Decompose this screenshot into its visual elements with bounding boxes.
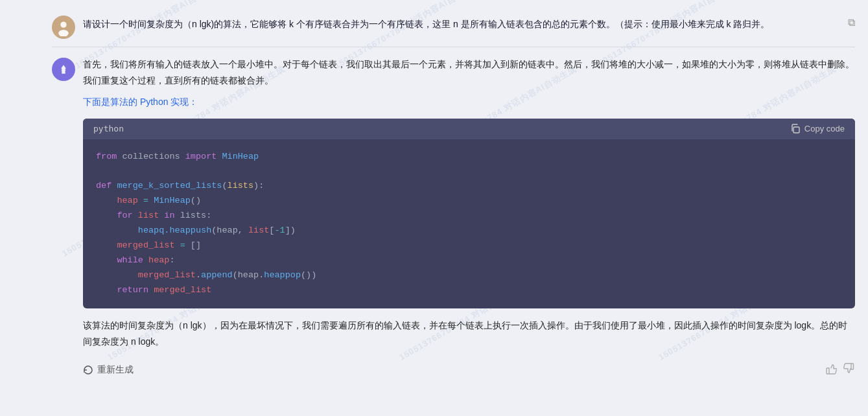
regenerate-button[interactable]: 重新生成 xyxy=(83,364,134,376)
code-body: from collections import MinHeap def merg… xyxy=(83,139,855,308)
user-avatar-icon xyxy=(54,18,73,36)
svg-point-1 xyxy=(60,21,66,27)
svg-rect-4 xyxy=(793,127,799,133)
thumbs-up-button[interactable] xyxy=(825,363,837,377)
code-header: python Copy code xyxy=(83,119,855,139)
user-avatar xyxy=(52,16,75,39)
code-line-7: merged_list = [] xyxy=(96,238,842,253)
main-container: 15051376670×784 对话内容AI自动生成 15051376670×7… xyxy=(0,0,868,416)
thumbs-down-icon xyxy=(843,363,855,375)
copy-icon xyxy=(790,124,801,134)
code-line-4: heap = MinHeap() xyxy=(96,194,842,209)
code-line-9: merged_list.append(heap.heappop()) xyxy=(96,268,842,283)
code-line-10: return merged_list xyxy=(96,283,842,298)
vote-area xyxy=(825,363,855,377)
code-intro-label: 下面是算法的 Python 实现： xyxy=(83,94,855,110)
conclusion-paragraph: 该算法的时间复杂度为（n lgk），因为在最坏情况下，我们需要遍历所有的输入链表… xyxy=(83,318,855,350)
copy-code-button[interactable]: Copy code xyxy=(790,124,845,134)
code-line-6: heapq.heappush(heap, list[-1]) xyxy=(96,224,842,238)
ai-logo-icon xyxy=(56,62,71,77)
code-language-label: python xyxy=(93,124,124,133)
regenerate-label: 重新生成 xyxy=(97,364,134,376)
question-text: 请设计一个时间复杂度为（n lgk)的算法，它能够将 k 个有序链表合并为一个有… xyxy=(83,14,840,32)
copy-icon-top[interactable]: ⧉ xyxy=(848,17,855,29)
thumbs-down-button[interactable] xyxy=(843,363,855,377)
code-block: python Copy code from collections import… xyxy=(83,119,855,308)
code-line-8: while heap: xyxy=(96,253,842,268)
response-row: 首先，我们将所有输入的链表放入一个最小堆中。对于每个链表，我们取出其最后一个元素… xyxy=(52,52,855,387)
copy-code-label: Copy code xyxy=(804,124,845,133)
code-line-1: from collections import MinHeap xyxy=(96,150,842,165)
ai-avatar xyxy=(52,58,75,81)
thumbs-up-icon xyxy=(825,363,837,375)
content-area: 请设计一个时间复杂度为（n lgk)的算法，它能够将 k 个有序链表合并为一个有… xyxy=(39,0,868,394)
action-row: 重新生成 xyxy=(83,359,855,381)
response-content: 首先，我们将所有输入的链表放入一个最小堆中。对于每个链表，我们取出其最后一个元素… xyxy=(83,56,855,381)
regenerate-icon xyxy=(83,365,93,375)
divider-1 xyxy=(52,47,855,47)
question-row: 请设计一个时间复杂度为（n lgk)的算法，它能够将 k 个有序链表合并为一个有… xyxy=(52,6,855,45)
code-line-5: for list in lists: xyxy=(96,209,842,224)
code-line-3: def merge_k_sorted_lists(lists): xyxy=(96,179,842,194)
intro-paragraph: 首先，我们将所有输入的链表放入一个最小堆中。对于每个链表，我们取出其最后一个元素… xyxy=(83,56,855,89)
